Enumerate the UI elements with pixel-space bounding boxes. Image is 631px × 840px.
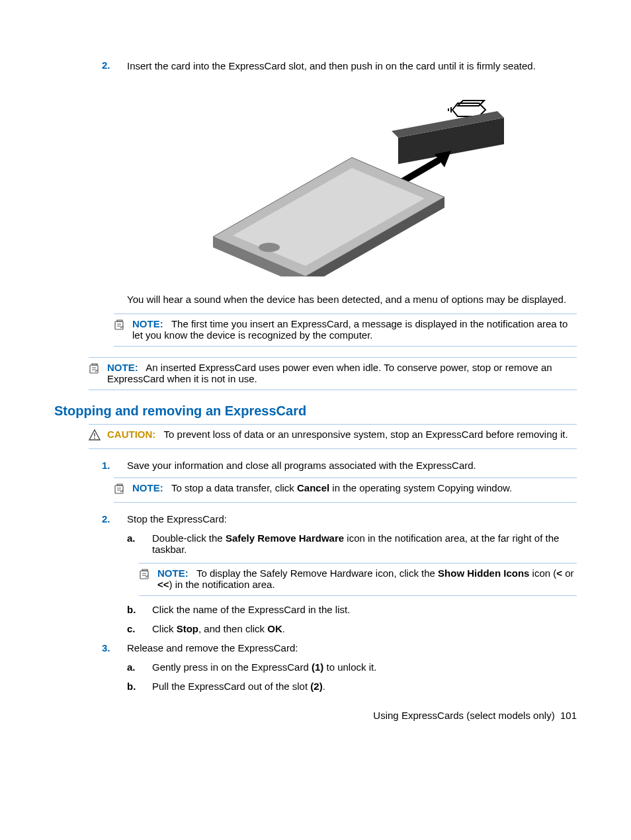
t: in the operating system Copying window. bbox=[329, 482, 512, 493]
svg-rect-14 bbox=[140, 571, 148, 579]
note-first-time: NOTE: The first time you insert an Expre… bbox=[114, 314, 577, 347]
step-1: 1. Save your information and close all p… bbox=[102, 460, 577, 471]
sub-number: a. bbox=[127, 532, 152, 555]
note-body: The first time you insert an ExpressCard… bbox=[132, 318, 568, 341]
note-cancel: NOTE: To stop a data transfer, click Can… bbox=[114, 478, 577, 503]
sub-body: Click Stop, and then click OK. bbox=[152, 623, 577, 634]
note-icon bbox=[114, 482, 126, 497]
note-label: NOTE: bbox=[107, 362, 138, 373]
step-3a: a. Gently press in on the ExpressCard (1… bbox=[127, 661, 577, 673]
step-text: Stop the ExpressCard: bbox=[127, 513, 227, 525]
svg-rect-11 bbox=[115, 485, 123, 493]
t: Pull the ExpressCard out of the slot bbox=[152, 681, 310, 692]
caution-icon bbox=[89, 429, 101, 443]
step-body: Stop the ExpressCard: bbox=[127, 513, 577, 525]
bold: Show Hidden Icons bbox=[438, 567, 529, 579]
page-number: 101 bbox=[560, 710, 577, 721]
t: to unlock it. bbox=[323, 661, 376, 673]
caution-body: To prevent loss of data or an unresponsi… bbox=[164, 429, 568, 440]
step-2c: c. Click Stop, and then click OK. bbox=[127, 623, 577, 634]
step-2a: a. Double-click the Safely Remove Hardwa… bbox=[127, 532, 577, 555]
step-number: 3. bbox=[102, 642, 127, 653]
note-label: NOTE: bbox=[157, 567, 189, 579]
step-2-stop: 2. Stop the ExpressCard: bbox=[102, 513, 577, 525]
sub-number: c. bbox=[127, 623, 152, 634]
t: Double-click the bbox=[152, 532, 226, 544]
sub-number: b. bbox=[127, 681, 152, 692]
step-2-text: Insert the card into the ExpressCard slo… bbox=[127, 60, 577, 73]
note-label: NOTE: bbox=[132, 318, 163, 329]
t: icon ( bbox=[529, 567, 556, 579]
t: ) in the notification area. bbox=[169, 579, 275, 590]
bold: < bbox=[556, 567, 562, 579]
sub-body: Double-click the Safely Remove Hardware … bbox=[152, 532, 577, 555]
step-2: 2. Insert the card into the ExpressCard … bbox=[102, 60, 577, 79]
note-icon bbox=[139, 567, 151, 582]
note-icon bbox=[114, 318, 126, 333]
t: , and then click bbox=[198, 623, 267, 634]
t: or bbox=[562, 567, 574, 579]
bold: << bbox=[157, 579, 169, 590]
step-2b: b. Click the name of the ExpressCard in … bbox=[127, 604, 577, 615]
t: Click bbox=[152, 623, 177, 634]
caution-text: CAUTION: To prevent loss of data or an u… bbox=[107, 429, 577, 440]
bold: Stop bbox=[177, 623, 198, 634]
t: To display the Safely Remove Hardware ic… bbox=[196, 567, 438, 579]
t: Gently press in on the ExpressCard bbox=[152, 661, 312, 673]
step-number: 2. bbox=[102, 513, 127, 525]
bold: (2) bbox=[310, 681, 322, 692]
note-text: NOTE: The first time you insert an Expre… bbox=[132, 318, 577, 341]
expresscard-insert-figure bbox=[127, 91, 577, 278]
t: To stop a data transfer, click bbox=[171, 482, 297, 493]
caution-label: CAUTION: bbox=[107, 429, 155, 440]
step-3: 3. Release and remove the ExpressCard: bbox=[102, 642, 577, 653]
note-idle-power: NOTE: An inserted ExpressCard uses power… bbox=[89, 357, 577, 390]
note-text: NOTE: To stop a data transfer, click Can… bbox=[132, 482, 577, 493]
sub-body: Pull the ExpressCard out of the slot (2)… bbox=[152, 681, 577, 692]
svg-rect-6 bbox=[90, 365, 98, 373]
page-footer: Using ExpressCards (select models only) … bbox=[373, 710, 577, 721]
step-number: 2. bbox=[102, 60, 127, 79]
note-icon bbox=[89, 362, 101, 376]
step-text: Save your information and close all prog… bbox=[127, 460, 476, 471]
step-2-after-fig: You will hear a sound when the device ha… bbox=[127, 293, 577, 306]
bold: Cancel bbox=[297, 482, 329, 493]
sound-detected-text: You will hear a sound when the device ha… bbox=[127, 293, 577, 306]
bold: (1) bbox=[312, 661, 323, 673]
svg-point-2 bbox=[259, 243, 280, 252]
step-number: 1. bbox=[102, 460, 127, 471]
svg-rect-3 bbox=[115, 321, 123, 329]
sub-number: b. bbox=[127, 604, 152, 615]
t: . bbox=[323, 681, 325, 692]
sub-number: a. bbox=[127, 661, 152, 673]
section-heading: Stopping and removing an ExpressCard bbox=[54, 403, 577, 419]
note-show-hidden: NOTE: To display the Safely Remove Hardw… bbox=[139, 563, 577, 596]
step-text: Release and remove the ExpressCard: bbox=[127, 642, 577, 653]
note-text: NOTE: To display the Safely Remove Hardw… bbox=[157, 567, 577, 590]
step-body: Save your information and close all prog… bbox=[127, 460, 577, 471]
sub-body: Click the name of the ExpressCard in the… bbox=[152, 604, 577, 615]
svg-point-10 bbox=[94, 437, 95, 439]
sub-body: Gently press in on the ExpressCard (1) t… bbox=[152, 661, 577, 673]
step-text: Insert the card into the ExpressCard slo… bbox=[127, 60, 577, 79]
note-label: NOTE: bbox=[132, 482, 163, 493]
note-text: NOTE: An inserted ExpressCard uses power… bbox=[107, 362, 577, 384]
bold: OK bbox=[267, 623, 282, 634]
bold: Safely Remove Hardware bbox=[226, 532, 344, 544]
caution-row: CAUTION: To prevent loss of data or an u… bbox=[89, 424, 577, 449]
note-body: An inserted ExpressCard uses power even … bbox=[107, 362, 552, 384]
step-3b: b. Pull the ExpressCard out of the slot … bbox=[127, 681, 577, 692]
t: . bbox=[282, 623, 285, 634]
footer-text: Using ExpressCards (select models only) bbox=[373, 710, 554, 721]
document-page: 2. Insert the card into the ExpressCard … bbox=[0, 0, 631, 761]
